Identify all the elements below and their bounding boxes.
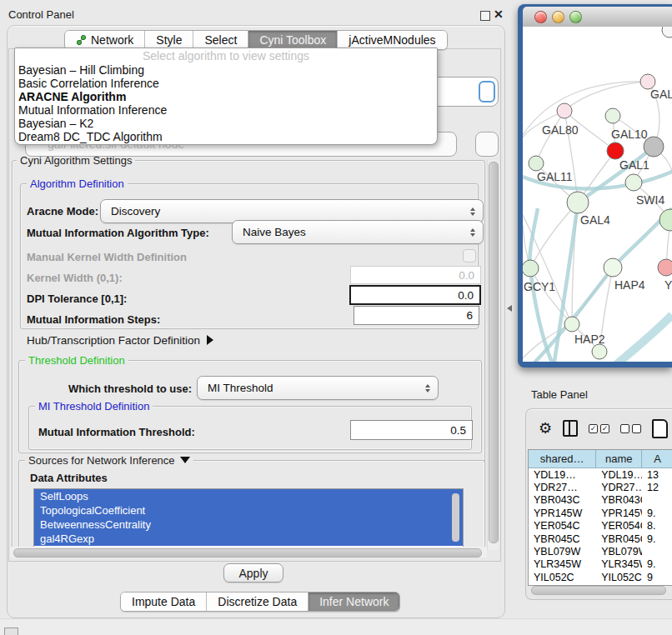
minimize-window-icon[interactable] — [552, 11, 564, 23]
network-node-hap4[interactable] — [604, 258, 622, 277]
data-attribute-item[interactable]: BetweennessCentrality — [34, 518, 463, 532]
application-root: Control Panel ✕ NetworkStyleSelectCyni T… — [0, 0, 672, 635]
algorithm-option[interactable]: Dream8 DC_TDC Algorithm — [15, 130, 437, 143]
network-view-window: GALGAL80GAL10GAL1GAL11SWI4GAL4GCY1HAP4YH… — [518, 4, 672, 368]
table-row[interactable]: YBR045CYBR045C9. — [529, 532, 672, 545]
hub-definition-toggle[interactable]: Hub/Transcription Factor Definition — [27, 334, 213, 347]
table-row[interactable]: YER054CYER054C8. — [529, 520, 672, 532]
network-node-swi4[interactable] — [625, 174, 642, 191]
table-column-header[interactable]: shared… — [529, 450, 596, 468]
tab-cyni-toolbox[interactable]: Cyni Toolbox — [248, 31, 338, 49]
data-attribute-item[interactable]: SelfLoops — [34, 489, 463, 503]
float-window-icon[interactable] — [480, 11, 490, 21]
table-toolbar: ⚙ ✓ ✓ — [526, 409, 672, 448]
deselect-all-checks-icon[interactable] — [620, 424, 641, 433]
algorithm-option[interactable]: Basic Correlation Inference — [15, 77, 437, 90]
table-cell: YBR043C — [529, 494, 596, 506]
network-node-gal4[interactable] — [567, 192, 589, 213]
network-node-gal10[interactable] — [605, 108, 620, 123]
select-all-checks-icon[interactable]: ✓ ✓ — [589, 424, 609, 433]
table-column-header[interactable]: name — [596, 450, 642, 468]
network-node-hap2[interactable] — [564, 317, 579, 332]
gear-icon[interactable]: ⚙ — [539, 421, 552, 436]
table-cell: YDR27… — [529, 482, 596, 493]
horizontal-scrollbar-thumb[interactable] — [13, 548, 482, 558]
data-attribute-item[interactable]: gal4RGexp — [34, 532, 463, 546]
table-row[interactable]: YBR043CYBR043C — [529, 494, 672, 507]
tab-label: Style — [156, 33, 182, 47]
network-window-titlebar[interactable] — [523, 7, 672, 28]
unchecked-box-icon — [620, 424, 629, 433]
tab-label: Infer Network — [319, 595, 389, 608]
close-window-icon[interactable] — [534, 11, 547, 23]
cyni-mode-tabs: Impute DataDiscretize DataInfer Network — [120, 592, 400, 612]
dpi-tolerance-field[interactable]: 0.0 — [349, 285, 481, 305]
which-threshold-label: Which threshold to use: — [68, 382, 192, 395]
manual-kernel-checkbox[interactable] — [463, 249, 476, 262]
mi-threshold-field[interactable]: 0.5 — [350, 420, 473, 440]
mi-threshold-title: MI Threshold Definition — [35, 400, 153, 412]
mi-type-combobox[interactable]: Naive Bayes — [232, 220, 484, 244]
tab-discretize-data[interactable]: Discretize Data — [207, 592, 308, 611]
table-row[interactable]: YDR27…YDR27…12 — [529, 481, 672, 493]
algorithm-definition-title: Algorithm Definition — [27, 178, 128, 190]
network-node-gal1[interactable] — [607, 142, 624, 159]
network-node[interactable] — [644, 137, 664, 157]
which-threshold-combobox[interactable]: MI Threshold — [197, 376, 439, 400]
document-icon[interactable] — [652, 419, 668, 438]
data-attribute-item[interactable]: TopologicalCoefficient — [34, 503, 463, 518]
network-node[interactable] — [659, 209, 672, 231]
tab-label: Network — [91, 33, 133, 47]
tab-label: Discretize Data — [218, 595, 297, 608]
table-cell: 9. — [642, 533, 672, 545]
network-node-gal80[interactable] — [557, 103, 572, 118]
dpi-tolerance-label: DPI Tolerance [0,1]: — [27, 292, 127, 305]
network-node[interactable] — [662, 27, 672, 38]
table-row[interactable]: YBL079WYBL079W — [529, 545, 672, 558]
node-label: GAL — [650, 88, 672, 101]
tab-jactivemnodules[interactable]: jActiveMNodules — [338, 31, 446, 49]
mi-type-label: Mutual Information Algorithm Type: — [27, 227, 209, 239]
algorithm-option[interactable]: Bayesian – Hill Climbing — [15, 63, 437, 77]
table-row[interactable]: YPR145WYPR145W9. — [529, 507, 672, 519]
table-row[interactable]: YDL19…YDL19…13 — [529, 468, 672, 481]
expanded-arrow-icon — [180, 457, 190, 463]
network-node-gal11[interactable] — [529, 156, 544, 171]
tab-impute-data[interactable]: Impute Data — [121, 592, 207, 611]
network-node-y[interactable] — [658, 259, 672, 276]
node-label: SWI4 — [636, 193, 664, 207]
tab-style[interactable]: Style — [145, 31, 193, 49]
tab-infer-network[interactable]: Infer Network — [308, 592, 399, 611]
table-row[interactable]: YLR345WYLR345W9. — [529, 558, 672, 571]
list-scrollbar-thumb[interactable] — [452, 493, 459, 542]
algorithm-dropdown-list: Select algorithm to view settings Bayesi… — [14, 48, 438, 145]
algorithm-option[interactable]: Bayesian – K2 — [15, 117, 437, 130]
table-cell: 12 — [642, 482, 672, 493]
sources-group-toggle[interactable]: Sources for Network Inference — [25, 454, 193, 467]
apply-button[interactable]: Apply — [223, 563, 283, 582]
columns-icon[interactable] — [563, 420, 578, 437]
tab-network[interactable]: Network — [65, 31, 145, 49]
kernel-width-field[interactable]: 0.0 — [350, 266, 481, 284]
node-label: Y — [664, 278, 672, 292]
algorithm-option[interactable]: Mutual Information Inference — [15, 103, 437, 117]
combo-arrows-icon — [470, 228, 475, 237]
mi-steps-field[interactable]: 6 — [354, 306, 479, 325]
collapsed-panel-icon[interactable] — [4, 628, 18, 635]
panel-resize-arrow-icon[interactable] — [507, 305, 512, 312]
network-node-gcy1[interactable] — [523, 260, 539, 277]
table-header-row: shared…nameA — [529, 450, 672, 468]
table-column-header[interactable]: A — [642, 450, 672, 468]
network-canvas[interactable]: GALGAL80GAL10GAL1GAL11SWI4GAL4GCY1HAP4YH… — [523, 27, 672, 362]
close-panel-icon[interactable]: ✕ — [494, 8, 504, 21]
node-table: shared…nameA YDL19…YDL19…13YDR27…YDR27…1… — [528, 449, 672, 586]
algorithm-option[interactable]: ARACNE Algorithm — [15, 90, 437, 103]
tab-select[interactable]: Select — [193, 31, 248, 49]
table-hscrollbar-thumb[interactable] — [531, 586, 666, 595]
checked-box-icon: ✓ — [600, 424, 609, 433]
vertical-scrollbar-thumb[interactable] — [489, 162, 499, 543]
combo-arrows-icon — [425, 384, 430, 392]
zoom-window-icon[interactable] — [569, 11, 582, 23]
table-row[interactable]: YIL052CYIL052C9 — [529, 571, 672, 583]
network-node[interactable] — [592, 344, 607, 359]
